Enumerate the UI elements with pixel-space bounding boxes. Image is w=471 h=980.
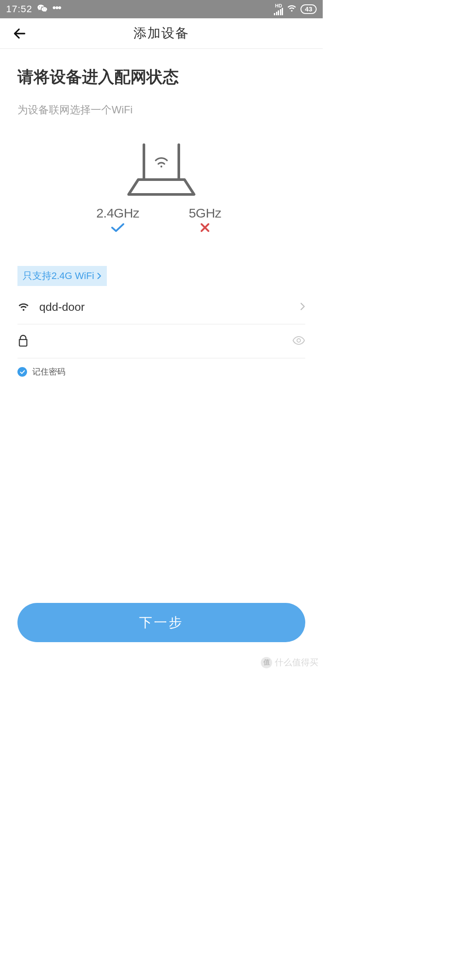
support-24g-chip[interactable]: 只支持2.4G WiFi: [17, 266, 107, 286]
remember-password-row[interactable]: 记住密码: [17, 366, 305, 378]
freq-24-label: 2.4GHz: [87, 206, 148, 221]
status-bar: 17:52 ••• HD 43: [0, 0, 323, 18]
more-dots-icon: •••: [52, 3, 61, 13]
freq-5ghz: 5GHz: [174, 206, 236, 234]
eye-icon: [292, 336, 305, 345]
watermark-text: 什么值得买: [275, 657, 318, 668]
svg-point-2: [160, 166, 162, 167]
check-icon: [110, 221, 126, 234]
main-heading: 请将设备进入配网状态: [17, 66, 305, 88]
password-input[interactable]: [38, 334, 283, 348]
freq-5-label: 5GHz: [174, 206, 236, 221]
lock-icon: [17, 334, 29, 349]
support-chip-label: 只支持2.4G WiFi: [23, 269, 94, 282]
sub-heading: 为设备联网选择一个WiFi: [17, 103, 305, 117]
arrow-left-icon: [12, 26, 27, 41]
next-button-label: 下一步: [139, 614, 184, 632]
svg-point-3: [297, 339, 300, 342]
chevron-right-icon: [300, 302, 305, 313]
wifi-icon: [17, 301, 30, 313]
battery-indicator: 43: [300, 4, 317, 14]
remember-label: 记住密码: [32, 366, 65, 378]
wechat-icon: [38, 4, 47, 15]
signal-bars-icon: [274, 8, 283, 15]
wifi-select-row[interactable]: qdd-door: [17, 290, 305, 324]
checkmark-icon: [20, 370, 25, 374]
app-header: 添加设备: [0, 18, 323, 49]
remember-checkbox[interactable]: [17, 367, 27, 377]
freq-24ghz: 2.4GHz: [87, 206, 148, 234]
cross-icon: [199, 221, 211, 234]
watermark: 值 什么值得买: [261, 657, 318, 668]
hd-indicator: HD: [275, 3, 282, 8]
back-button[interactable]: [12, 26, 27, 43]
status-time: 17:52: [6, 3, 32, 15]
frequency-row: 2.4GHz 5GHz: [17, 206, 305, 234]
next-step-button[interactable]: 下一步: [17, 603, 305, 642]
selected-wifi-name: qdd-door: [39, 300, 290, 314]
router-illustration: [17, 141, 305, 198]
chevron-right-icon: [97, 272, 102, 279]
toggle-password-visibility[interactable]: [292, 336, 305, 347]
watermark-badge: 值: [261, 657, 272, 668]
page-title: 添加设备: [0, 24, 323, 42]
wifi-status-icon: [287, 3, 297, 15]
password-row: [17, 324, 305, 358]
